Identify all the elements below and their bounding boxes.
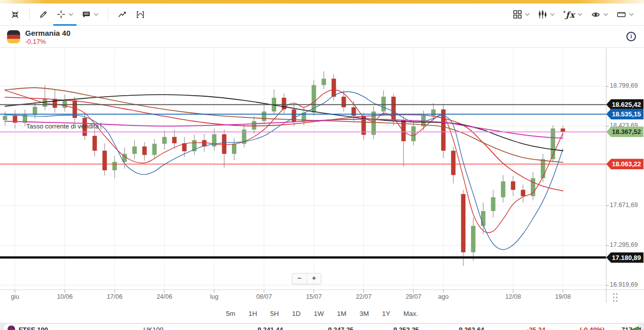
sell-rate-caret — [101, 122, 101, 129]
y-axis-label: 18.799,69 — [610, 82, 643, 89]
y-axis-label: 17.295,69 — [610, 241, 643, 248]
trend-line-icon — [117, 10, 127, 19]
timeframe-row: 5m1H5H1D1W1M3M1YMax. — [0, 305, 644, 321]
sell-rate-label: Tasso corrente di vendita — [26, 122, 99, 130]
comment-icon — [82, 10, 91, 19]
price-tag: 18.535,15 — [606, 109, 643, 119]
timeframe-3m[interactable]: 3M — [357, 308, 372, 319]
toolbar-right-group: +ƒx — [509, 4, 638, 25]
ticker-sparkline — [626, 325, 639, 330]
toolbar-left-group — [6, 4, 149, 25]
ticker-change-pct: (-0,40%) — [580, 326, 605, 330]
x-axis-label: ago — [426, 293, 460, 300]
eye-icon — [591, 10, 601, 19]
watchlist-ticker-row[interactable]: FTSE 100 UK100 9.241,449.247,259.252,259… — [3, 323, 641, 330]
chevron-down-icon — [578, 13, 583, 16]
x-axis-label: 17/06 — [98, 293, 132, 300]
ticker-value: 9.247,25 — [328, 326, 354, 330]
x-axis-label: 08/07 — [247, 293, 281, 300]
x-axis-label: 12/08 — [496, 293, 530, 300]
price-tag: 18.063,22 — [606, 159, 643, 169]
x-axis-label: 29/07 — [396, 293, 431, 300]
zoom-in-button[interactable]: + — [307, 274, 321, 284]
candlestick-chart[interactable] — [0, 48, 644, 322]
ticker-value: 9.252,25 — [393, 326, 419, 330]
curve-pattern-button[interactable] — [131, 6, 149, 24]
curve-bracket-icon — [135, 10, 145, 19]
layout-button[interactable] — [509, 6, 534, 24]
measure-button[interactable] — [612, 6, 638, 24]
crosshair-tool-button[interactable] — [52, 6, 77, 24]
timeframe-5m[interactable]: 5m — [223, 308, 238, 319]
chevron-down-icon — [94, 13, 99, 16]
layout-grid-icon — [513, 10, 522, 19]
ticker-change: -25,34 — [527, 326, 545, 330]
chevron-down-icon — [603, 13, 608, 16]
info-icon[interactable]: i — [626, 32, 636, 41]
instrument-name: Germania 40 — [25, 29, 70, 37]
accent-strip — [0, 0, 644, 4]
ticker-name: FTSE 100 — [19, 326, 48, 330]
collapse-icon — [10, 10, 20, 20]
toolbar-divider — [29, 8, 30, 21]
chevron-down-icon — [68, 13, 73, 16]
annotation-button[interactable] — [77, 6, 103, 24]
zoom-controls: − + — [292, 273, 321, 284]
crosshair-icon — [56, 10, 66, 19]
timeframe-1w[interactable]: 1W — [311, 308, 327, 319]
pencil-icon — [39, 10, 48, 19]
chart-toolbar: +ƒx — [0, 4, 644, 26]
ticker-value: 9.241,44 — [258, 326, 283, 330]
price-chart-area[interactable]: 18.799,6918.423,6917.671,6917.295,6916.9… — [0, 48, 644, 322]
zoom-out-button[interactable]: − — [292, 274, 307, 284]
indicators-button[interactable]: +ƒx — [559, 6, 587, 24]
timeframe-1y[interactable]: 1Y — [379, 308, 393, 319]
ticker-value: 9.263,64 — [459, 326, 485, 330]
draw-button[interactable] — [35, 6, 52, 24]
fx-indicator-icon: +ƒx — [563, 10, 575, 19]
axis-drag-handle[interactable] — [612, 292, 618, 303]
x-axis-label: 19/08 — [546, 293, 580, 300]
chevron-down-icon — [629, 13, 634, 16]
visibility-button[interactable] — [587, 6, 612, 24]
ticker-symbol: UK100 — [143, 326, 164, 330]
timeframe-max[interactable]: Max. — [400, 308, 421, 319]
y-axis-label: 17.671,69 — [610, 202, 643, 209]
candlestick-icon — [538, 10, 547, 19]
timeframe-1m[interactable]: 1M — [334, 308, 350, 319]
x-axis-label: lug — [197, 293, 231, 300]
germany-flag-icon — [7, 30, 20, 43]
x-axis-label: 22/07 — [347, 293, 381, 300]
x-axis-label: giu — [0, 293, 32, 300]
price-tag: 18.367,52 — [606, 126, 643, 137]
trend-line-button[interactable] — [113, 6, 131, 24]
x-axis-label: 10/06 — [48, 293, 82, 300]
chevron-down-icon — [525, 13, 530, 16]
timeframe-5h[interactable]: 5H — [267, 308, 282, 319]
x-axis-label: 24/06 — [147, 293, 182, 300]
chart-type-button[interactable] — [534, 6, 559, 24]
ruler-icon — [616, 10, 626, 19]
y-axis-label: 16.919,69 — [610, 281, 643, 288]
timeframe-1d[interactable]: 1D — [289, 308, 303, 319]
chevron-down-icon — [550, 13, 555, 16]
timeframe-1h[interactable]: 1H — [246, 308, 260, 319]
x-axis-label: 15/07 — [297, 293, 331, 300]
toolbar-divider — [108, 8, 108, 21]
trading-platform: +ƒx Germania 40 -0,17% i — [0, 0, 644, 330]
uk-flag-icon — [8, 325, 15, 330]
price-tag: 18.625,42 — [606, 99, 643, 110]
instrument-change: -0,17% — [25, 38, 46, 45]
instrument-header: Germania 40 -0,17% i — [0, 26, 644, 48]
collapse-button[interactable] — [6, 6, 24, 24]
price-tag: 17.180,89 — [606, 252, 643, 263]
